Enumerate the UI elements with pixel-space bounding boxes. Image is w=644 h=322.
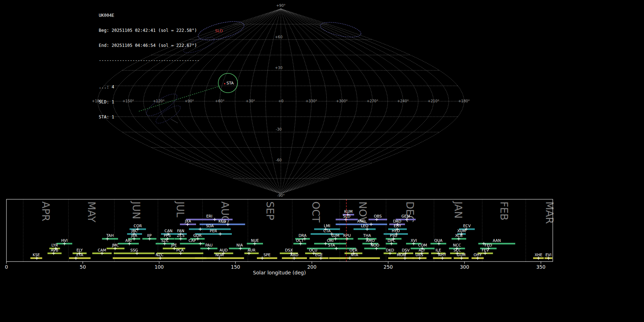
month-label: SEP [264, 201, 276, 220]
map-lon-label: +30° [246, 99, 255, 103]
radiant-label-sta: STA [226, 81, 234, 86]
shower-code-label: ALY [419, 248, 425, 252]
shower-code-label: FED [485, 243, 492, 247]
shower-code-label: DKD [386, 248, 394, 252]
x-tick-label: 50 [80, 264, 86, 270]
month-label: MAR [543, 201, 555, 224]
x-tick-label: 200 [307, 264, 317, 270]
shower-code-label: XCB [455, 233, 463, 238]
x-axis-title: Solar longitude (deg) [253, 270, 306, 275]
shower-code-label: NTA [351, 253, 358, 257]
shower-code-label: LUM [331, 233, 339, 238]
shower-code-label: LEO [361, 224, 369, 228]
shower-code-label: ZCS [177, 233, 185, 238]
map-lon-label: +300° [336, 99, 347, 103]
shower-code-label: CAM [98, 248, 106, 252]
shower-code-label: THA [363, 233, 371, 238]
x-tick-label: 100 [155, 264, 164, 270]
shower-code-label: QUA [434, 238, 443, 243]
shower-code-label: OCU [309, 248, 317, 252]
map-lat-label: +30 [275, 66, 282, 70]
shower-code-label: SPE [263, 253, 270, 257]
shower-code-label: STA [328, 243, 335, 247]
x-tick-label: 350 [536, 264, 546, 270]
shower-bar [69, 257, 91, 259]
shower-code-label: KCG [219, 219, 226, 223]
shower-code-label: NDA [215, 253, 224, 257]
shower-code-label: FAN [177, 229, 184, 233]
count-other: ...: 4 [99, 84, 200, 89]
map-lat-label: +60 [275, 35, 282, 39]
shower-code-label: LYR [52, 243, 58, 247]
shower-code-label: FEV [482, 248, 489, 252]
shower-code-label: OCT [296, 238, 304, 243]
shower-code-label: PSU [390, 233, 397, 238]
shower-bar [353, 228, 376, 230]
x-tick-label: 250 [384, 264, 393, 270]
shower-code-label: NCC [453, 243, 461, 247]
shower-code-label: ILE [435, 248, 441, 252]
x-tick-label: 0 [5, 264, 8, 270]
shower-code-label: JMC [112, 243, 119, 247]
shower-code-label: SSG [130, 248, 138, 252]
map-lon-label: +60° [215, 99, 224, 103]
shower-code-label: GDR [193, 233, 202, 238]
shower-code-label: NOO [371, 243, 379, 247]
shower-code-label: CAN [165, 229, 172, 233]
shower-code-label: OER [350, 248, 357, 252]
shower-code-label: DPC [387, 238, 395, 243]
shower-bar [244, 253, 259, 254]
shower-code-label: XVI [411, 238, 417, 243]
info-block: UK004E Beg: 20251105 02:42:41 (sol = 222… [99, 3, 200, 130]
month-label: OCT [310, 201, 322, 223]
map-lat-label: -60 [276, 158, 282, 162]
shower-code-label: ETA [76, 253, 83, 257]
spacer [99, 73, 200, 74]
shower-bar [329, 257, 380, 259]
begin-time: Beg: 20251105 02:42:41 (sol = 222.58°) [99, 28, 200, 33]
month-label: JUN [130, 201, 142, 219]
shower-code-label: IIP [147, 233, 152, 238]
shower-code-label: NIA [236, 243, 243, 247]
shower-code-label: AMO [366, 238, 375, 243]
shower-code-label: CTA [323, 229, 331, 233]
month-label: APR [40, 201, 52, 221]
shower-code-label: HYD [392, 229, 400, 233]
shower-code-label: RPU [343, 233, 351, 238]
shower-bar [388, 257, 414, 259]
shower-code-label: AVB [51, 248, 58, 252]
shower-code-label: JXA [185, 219, 191, 223]
shower-code-label: XHE [535, 253, 542, 257]
map-lon-label: +240° [397, 99, 409, 103]
shower-code-label: JBC [131, 229, 137, 233]
station-code: UK004E [99, 13, 200, 18]
shower-code-label: LMI [324, 224, 330, 228]
month-label: JAN [452, 201, 464, 219]
month-label: JUL [174, 201, 186, 218]
x-tick-label: 300 [460, 264, 469, 270]
shower-code-label: AUR [248, 248, 255, 252]
shower-code-label: EHY [394, 224, 402, 228]
shower-code-label: ERI [206, 214, 212, 218]
shower-code-label: EVI [545, 253, 551, 257]
shower-code-label: AUD [219, 248, 228, 252]
shower-code-label: MON [397, 253, 406, 257]
shower-code-label: EGE [315, 253, 323, 257]
map-lat-label: -30 [276, 127, 282, 131]
shower-code-label: DSX [285, 248, 293, 252]
separator: --------------------------------------- [99, 58, 200, 63]
month-label: MAY [86, 201, 97, 223]
shower-code-label: TAH [106, 233, 114, 238]
shower-code-label: NZC [156, 253, 164, 257]
map-north-pole-label: +90° [276, 4, 286, 8]
shower-code-label: JPE [171, 243, 177, 247]
shower-code-label: DAD [393, 219, 401, 223]
map-lon-label: +210° [428, 99, 439, 103]
shower-bar [102, 238, 118, 239]
shower-bar [257, 257, 277, 259]
shower-code-label: OBS [374, 214, 382, 218]
count-sta: STA: 1 [99, 114, 200, 119]
shower-code-label: HVI [61, 238, 68, 243]
shower-code-label: OHY [474, 253, 482, 257]
shower-code-label: AHY [438, 253, 446, 257]
